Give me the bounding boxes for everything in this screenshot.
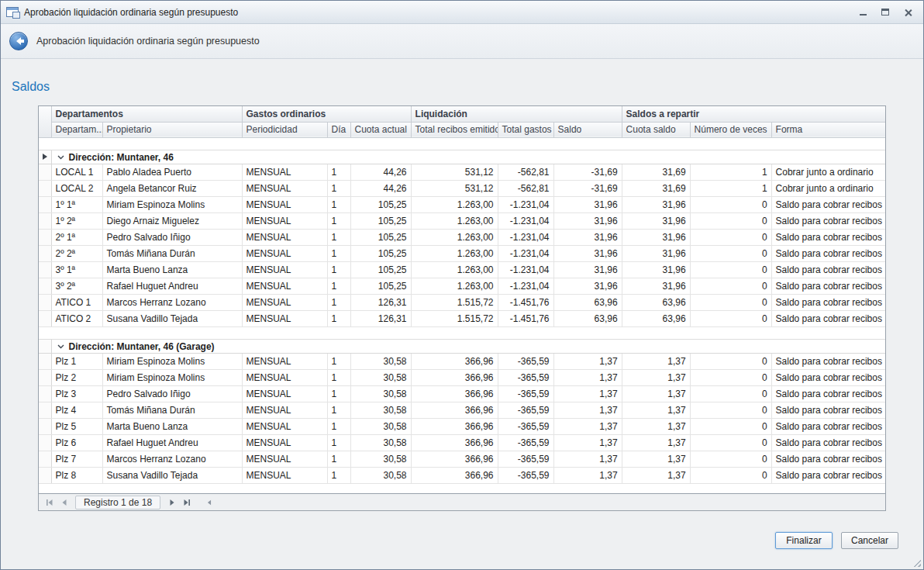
close-button[interactable] [898, 5, 918, 19]
grid-cell[interactable]: MENSUAL [242, 353, 327, 369]
grid-cell[interactable]: 1º 1ª [51, 196, 102, 212]
grid-cell[interactable]: 31,96 [622, 229, 690, 245]
column-header-forma[interactable]: Forma [771, 122, 885, 137]
grid-cell[interactable]: Susana Vadillo Tejada [102, 467, 242, 483]
column-header-departamento[interactable]: Departam... [51, 122, 102, 137]
table-row[interactable]: 2º 2ªTomás Miñana DuránMENSUAL1105,251.2… [39, 245, 885, 261]
grid-cell[interactable]: -1.231,04 [498, 245, 553, 261]
band-header-gastos-ordinarios[interactable]: Gastos ordinarios [242, 106, 411, 122]
cancelar-button[interactable]: Cancelar [841, 532, 898, 549]
grid-cell[interactable]: 30,58 [350, 451, 411, 467]
grid-cell[interactable]: MENSUAL [242, 418, 327, 434]
grid-cell[interactable]: 1 [327, 467, 350, 483]
grid-cell[interactable]: -365,59 [498, 353, 553, 369]
grid-cell[interactable]: 366,96 [411, 353, 498, 369]
grid-cell[interactable]: MENSUAL [242, 196, 327, 212]
column-header-dia[interactable]: Día [327, 122, 350, 137]
grid-cell[interactable]: ATICO 2 [51, 310, 102, 326]
grid-cell[interactable]: 31,96 [553, 245, 622, 261]
grid-cell[interactable]: Plz 3 [51, 385, 102, 402]
grid-cell[interactable]: LOCAL 1 [51, 164, 102, 180]
table-row[interactable]: Plz 5Marta Bueno LanzaMENSUAL130,58366,9… [39, 418, 885, 434]
grid-cell[interactable]: 1 [327, 212, 350, 229]
grid-cell[interactable]: 63,96 [622, 310, 690, 326]
grid-cell[interactable]: 1 [327, 164, 350, 180]
grid-cell[interactable]: 0 [690, 261, 771, 278]
grid-cell[interactable]: 31,96 [622, 245, 690, 261]
grid-cell[interactable]: 1,37 [622, 451, 690, 467]
column-header-total-recibos[interactable]: Total recibos emitidos [411, 122, 498, 137]
column-header-propietario[interactable]: Propietario [102, 122, 242, 137]
grid-cell[interactable]: 366,96 [411, 418, 498, 434]
grid-cell[interactable]: 1 [327, 229, 350, 245]
grid-cell[interactable]: MENSUAL [242, 164, 327, 180]
grid-cell[interactable]: 1 [327, 310, 350, 326]
grid-cell[interactable]: 531,12 [411, 180, 498, 196]
grid-cell[interactable]: -1.231,04 [498, 278, 553, 294]
column-header-cuota-actual[interactable]: Cuota actual [350, 122, 411, 137]
grid-cell[interactable]: -1.231,04 [498, 229, 553, 245]
grid-cell[interactable]: 63,96 [553, 294, 622, 310]
grid-cell[interactable]: 0 [690, 212, 771, 229]
grid-cell[interactable]: 30,58 [350, 467, 411, 483]
grid-cell[interactable]: -1.231,04 [498, 212, 553, 229]
grid-cell[interactable]: -31,69 [553, 180, 622, 196]
grid-cell[interactable]: 1 [327, 294, 350, 310]
grid-cell[interactable]: Saldo para cobrar recibos [771, 196, 885, 212]
grid-cell[interactable]: 1,37 [622, 385, 690, 402]
grid-cell[interactable]: MENSUAL [242, 245, 327, 261]
grid-cell[interactable]: Saldo para cobrar recibos [771, 261, 885, 278]
chevron-down-icon[interactable] [57, 340, 64, 351]
grid-cell[interactable]: 366,96 [411, 434, 498, 451]
grid-cell[interactable]: Marta Bueno Lanza [102, 418, 242, 434]
grid-cell[interactable]: 31,96 [553, 261, 622, 278]
grid-cell[interactable]: Plz 6 [51, 434, 102, 451]
grid-cell[interactable]: MENSUAL [242, 278, 327, 294]
grid-cell[interactable]: Miriam Espinoza Molins [102, 369, 242, 385]
grid-cell[interactable]: 30,58 [350, 353, 411, 369]
grid-cell[interactable]: ATICO 1 [51, 294, 102, 310]
grid-cell[interactable]: 1,37 [553, 353, 622, 369]
table-row[interactable]: Plz 4Tomás Miñana DuránMENSUAL130,58366,… [39, 402, 885, 418]
grid-cell[interactable]: 105,25 [350, 278, 411, 294]
back-button[interactable] [9, 32, 28, 50]
grid-cell[interactable]: Tomás Miñana Durán [102, 402, 242, 418]
grid-cell[interactable]: Saldo para cobrar recibos [771, 229, 885, 245]
grid-cell[interactable]: MENSUAL [242, 229, 327, 245]
column-header-cuota-saldo[interactable]: Cuota saldo [622, 122, 690, 137]
table-row[interactable]: Plz 6Rafael Huguet AndreuMENSUAL130,5836… [39, 434, 885, 451]
table-row[interactable]: Plz 7Marcos Herranz LozanoMENSUAL130,583… [39, 451, 885, 467]
table-row[interactable]: Plz 3Pedro Salvado IñigoMENSUAL130,58366… [39, 385, 885, 402]
grid-cell[interactable]: 0 [690, 294, 771, 310]
grid-cell[interactable]: 30,58 [350, 385, 411, 402]
grid-cell[interactable]: 0 [690, 451, 771, 467]
grid-cell[interactable]: 1.263,00 [411, 278, 498, 294]
grid-cell[interactable]: 531,12 [411, 164, 498, 180]
grid-cell[interactable]: MENSUAL [242, 385, 327, 402]
grid-cell[interactable]: Plz 8 [51, 467, 102, 483]
grid-cell[interactable]: -365,59 [498, 385, 553, 402]
previous-page-button[interactable] [57, 496, 71, 509]
grid-cell[interactable]: 366,96 [411, 451, 498, 467]
grid-cell[interactable]: -1.231,04 [498, 196, 553, 212]
grid-cell[interactable]: 30,58 [350, 402, 411, 418]
table-row[interactable]: 2º 1ªPedro Salvado IñigoMENSUAL1105,251.… [39, 229, 885, 245]
column-header-total-gastos[interactable]: Total gastos [498, 122, 553, 137]
grid-cell[interactable]: Rafael Huguet Andreu [102, 434, 242, 451]
grid-cell[interactable]: 1 [327, 278, 350, 294]
grid-cell[interactable]: 0 [690, 467, 771, 483]
grid-cell[interactable]: MENSUAL [242, 467, 327, 483]
grid-cell[interactable]: Plz 4 [51, 402, 102, 418]
grid-cell[interactable]: Tomás Miñana Durán [102, 245, 242, 261]
grid-cell[interactable]: Saldo para cobrar recibos [771, 385, 885, 402]
grid-cell[interactable]: Saldo para cobrar recibos [771, 402, 885, 418]
grid-cell[interactable]: 1.263,00 [411, 196, 498, 212]
grid-cell[interactable]: 0 [690, 434, 771, 451]
grid-cell[interactable]: 0 [690, 196, 771, 212]
grid-cell[interactable]: 1.263,00 [411, 212, 498, 229]
grid-cell[interactable]: 126,31 [350, 310, 411, 326]
group-row[interactable]: Dirección: Muntaner, 46 (Garage) [39, 339, 885, 353]
grid-cell[interactable]: 1.515,72 [411, 310, 498, 326]
grid-cell[interactable]: MENSUAL [242, 294, 327, 310]
grid-cell[interactable]: 1,37 [622, 418, 690, 434]
